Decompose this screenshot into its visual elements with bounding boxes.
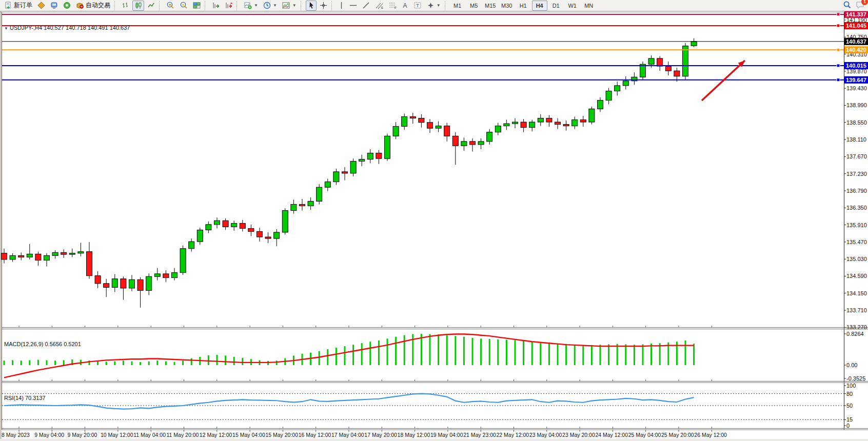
candle-body xyxy=(180,249,186,273)
window-bottom-strip xyxy=(0,439,868,441)
candlestick-button[interactable] xyxy=(132,1,144,11)
line-handle[interactable] xyxy=(837,13,840,16)
candlestick-icon xyxy=(134,2,142,9)
candle-body xyxy=(163,274,169,278)
timeframe-m5-button[interactable]: M5 xyxy=(466,1,482,11)
tile-windows-button[interactable] xyxy=(191,1,203,11)
indicators-button[interactable]: ▼ xyxy=(242,1,260,11)
time-axis-label: 26 May 12:00 xyxy=(694,432,727,438)
rsi-tick-label: 50 xyxy=(846,403,853,409)
search-icon[interactable] xyxy=(843,1,852,11)
candle-body xyxy=(291,204,297,210)
text-button[interactable]: A xyxy=(400,1,410,11)
new-order-button[interactable]: + 新订单 xyxy=(3,1,34,11)
chart-background xyxy=(0,11,868,441)
price-line-badge-label: 140.015 xyxy=(846,63,866,69)
line-handle[interactable] xyxy=(837,64,840,67)
candle-body xyxy=(61,252,67,254)
auto-scroll-button[interactable] xyxy=(210,1,222,11)
text-label-button[interactable]: T xyxy=(411,1,424,11)
macd-tick-label: -0.3525 xyxy=(846,375,865,382)
fibonacci-button[interactable]: F xyxy=(386,1,399,11)
candle-body xyxy=(44,255,50,260)
candle-body xyxy=(657,58,663,66)
candle-body xyxy=(538,118,543,122)
horizontal-line-button[interactable] xyxy=(347,1,359,11)
timeframe-mn-button[interactable]: MN xyxy=(581,1,597,11)
alerts-button[interactable] xyxy=(61,1,73,11)
svg-text:+: + xyxy=(7,4,10,9)
candle-body xyxy=(223,221,228,227)
trendline-button[interactable] xyxy=(360,1,372,11)
profiles-button[interactable] xyxy=(48,1,60,11)
time-axis-label: 22 May 12:00 xyxy=(497,432,529,438)
dropdown-arrow-icon: ▼ xyxy=(437,3,441,8)
price-tick-label: 134.590 xyxy=(846,273,867,279)
price-tick-label: 137.230 xyxy=(846,171,867,177)
timeframe-m1-button[interactable]: M1 xyxy=(450,1,465,11)
arrows-button[interactable]: ▼ xyxy=(425,1,443,11)
candle-body xyxy=(478,142,484,145)
time-axis-label: 10 May 12:00 xyxy=(101,432,133,438)
candle-body xyxy=(248,228,254,231)
line-handle[interactable] xyxy=(837,78,840,82)
new-chart-icon xyxy=(37,2,45,9)
timeframe-m30-button[interactable]: M30 xyxy=(499,1,515,11)
timeframe-w1-button[interactable]: W1 xyxy=(565,1,580,11)
time-axis-label: 24 May 12:00 xyxy=(595,432,628,438)
price-tick-label: 138.990 xyxy=(846,102,867,108)
candle-body xyxy=(214,221,220,225)
svg-text:-: - xyxy=(183,2,184,7)
toolbar-separator xyxy=(331,1,334,10)
timeframe-h1-button[interactable]: H1 xyxy=(516,1,531,11)
price-tick-label: 135.470 xyxy=(846,239,867,245)
chat-button[interactable]: 1 xyxy=(856,1,865,11)
candle-body xyxy=(137,279,143,290)
line-handle[interactable] xyxy=(837,24,840,27)
macd-tick-label: 0.00 xyxy=(846,362,857,368)
line-chart-button[interactable] xyxy=(145,1,157,11)
line-handle[interactable] xyxy=(837,48,840,51)
candle-body xyxy=(402,116,407,126)
time-axis-label: 19 May 04:00 xyxy=(430,432,463,438)
candle-body xyxy=(512,122,518,124)
timeframe-m15-button[interactable]: M15 xyxy=(483,1,498,11)
text-icon: A xyxy=(402,2,408,9)
candle-body xyxy=(546,118,552,122)
candle-body xyxy=(206,225,211,230)
candle-body xyxy=(419,118,424,122)
timeframe-h4-button[interactable]: H4 xyxy=(532,1,547,11)
collapse-marker-icon[interactable]: ▼ xyxy=(4,26,8,31)
time-axis-label: 23 May 04:00 xyxy=(529,432,562,438)
candle-body xyxy=(444,126,450,136)
vertical-line-button[interactable] xyxy=(337,1,346,11)
toolbar-separator xyxy=(114,1,117,10)
candle-body xyxy=(52,252,58,255)
chart-shift-button[interactable]: + xyxy=(223,1,234,11)
svg-text:T: T xyxy=(416,3,419,8)
zoom-in-button[interactable]: + xyxy=(164,1,176,11)
zoom-out-button[interactable]: - xyxy=(177,1,190,11)
chart-canvas[interactable]: 141.190140.750140.310139.870139.430138.9… xyxy=(0,11,868,441)
new-order-label: 新订单 xyxy=(14,1,32,10)
crosshair-button[interactable] xyxy=(318,1,329,11)
price-tick-label: 136.790 xyxy=(846,188,867,194)
bar-chart-button[interactable] xyxy=(120,1,131,11)
window-left-edge xyxy=(0,11,2,441)
time-axis-label: 17 May 20:00 xyxy=(364,432,397,438)
cursor-button[interactable] xyxy=(306,1,317,11)
candle-body xyxy=(35,254,41,260)
time-axis-label: 15 May 04:00 xyxy=(232,432,265,438)
candle-body xyxy=(333,172,339,182)
channel-button[interactable]: E xyxy=(373,1,385,11)
periods-button[interactable]: ▼ xyxy=(261,1,279,11)
timeframe-d1-button[interactable]: D1 xyxy=(548,1,564,11)
candle-body xyxy=(461,142,467,146)
candle-body xyxy=(325,182,330,188)
templates-button[interactable]: ▼ xyxy=(280,1,299,11)
new-chart-button[interactable] xyxy=(35,1,47,11)
dropdown-arrow-icon: ▼ xyxy=(292,3,297,8)
autotrading-button[interactable]: 自动交易 xyxy=(74,1,112,11)
candle-body xyxy=(240,224,245,229)
time-axis-label: 11 May 20:00 xyxy=(167,432,199,438)
